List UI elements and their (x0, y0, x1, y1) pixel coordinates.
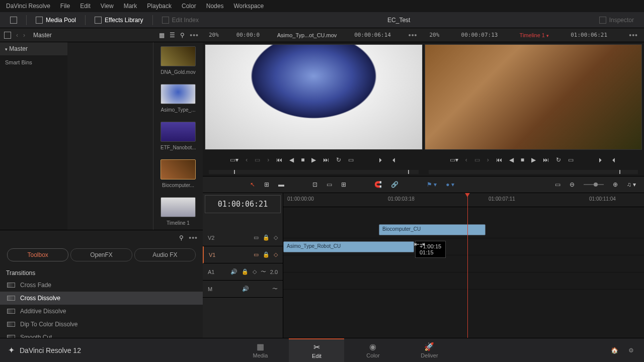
replace-icon[interactable]: ⊞ (341, 181, 346, 188)
fx-tab-audio fx[interactable]: Audio FX (134, 248, 196, 261)
source-clip-name[interactable]: Asimo_Typ...ot_CU.mov (277, 32, 337, 38)
src-match-icon[interactable]: ▭ (348, 156, 354, 163)
prg-stop-icon[interactable]: ■ (521, 156, 524, 163)
tl-view-icon[interactable]: ▭ (555, 181, 560, 188)
menu-workspace[interactable]: Workspace (233, 3, 264, 10)
master-folder[interactable]: ▾ Master (0, 42, 67, 55)
page-media[interactable]: ▦Media (232, 338, 288, 363)
menu-mark[interactable]: Mark (124, 3, 137, 10)
prev-button[interactable]: ‹ (16, 32, 18, 39)
prg-prev-icon[interactable]: ◀ (509, 156, 514, 163)
marker-icon[interactable]: ● ▾ (446, 181, 454, 188)
menu-file[interactable]: File (60, 3, 70, 10)
source-scrub[interactable] (209, 170, 419, 174)
blade-tool-icon[interactable]: ▬ (278, 181, 284, 188)
settings-icon[interactable]: ⚙ (628, 347, 634, 354)
track-v2-header[interactable]: V2▭🔒◇ (203, 229, 283, 246)
source-zoom[interactable]: 20% (209, 32, 219, 38)
timeline-timecode[interactable]: 01:00:06:21 (205, 195, 281, 213)
clip-Timeline 1[interactable]: Timeline 1 (160, 197, 196, 226)
fx-tab-toolbox[interactable]: Toolbox (7, 248, 68, 261)
link-icon[interactable]: 🔗 (391, 181, 398, 188)
clip-ETF_Nanobot...[interactable]: ETF_Nanobot... (160, 122, 196, 150)
prg-next-icon[interactable]: ⏭ (543, 156, 549, 163)
clip-asimo[interactable]: Asimo_Type_Robot_CU (283, 241, 414, 252)
audio-icon[interactable]: ♫ ▾ (627, 181, 636, 188)
menu-nodes[interactable]: Nodes (206, 3, 224, 10)
source-more-icon[interactable]: ••• (409, 31, 418, 39)
track-v1[interactable]: Asimo_Type_Robot_CU (283, 238, 644, 255)
clip-DNA_Gold.mov[interactable]: DNA_Gold.mov (160, 46, 196, 75)
prg-match-icon[interactable]: ▭ (568, 156, 574, 163)
inspector-button[interactable]: Inspector (594, 15, 639, 26)
clip-biocomputer[interactable]: Biocomputer_CU (379, 224, 486, 235)
prg-mode-icon[interactable]: ▭▾ (450, 156, 458, 163)
timeline-ruler[interactable]: 01:00:00:00 01:00:03:18 01:00:07:11 01:0… (283, 193, 644, 207)
more-icon[interactable]: ••• (190, 31, 199, 39)
insert-icon[interactable]: ⊡ (312, 181, 317, 188)
overwrite-icon[interactable]: ▭ (327, 181, 332, 188)
app-menu[interactable]: DaVinci Resolve (6, 3, 50, 10)
src-loop-icon[interactable]: ↻ (336, 156, 341, 163)
zoom-in-icon[interactable]: ⊕ (613, 181, 618, 188)
media-pool-button[interactable]: Media Pool (31, 15, 81, 26)
track-a1-header[interactable]: A1🔊🔒◇〜2.0 (203, 263, 283, 281)
track-v2[interactable]: Biocomputer_CU (283, 221, 644, 238)
program-more-icon[interactable]: ••• (629, 31, 638, 39)
fx-item[interactable]: Cross Dissolve (0, 292, 203, 305)
fx-more-icon[interactable]: ••• (189, 234, 198, 242)
fx-item[interactable]: Dip To Color Dissolve (0, 318, 203, 331)
page-edit[interactable]: ✂Edit (289, 338, 344, 363)
prg-loop-icon[interactable]: ↻ (556, 156, 561, 163)
src-stop-icon[interactable]: ■ (301, 156, 304, 163)
timeline-name[interactable]: Timeline 1 ▾ (520, 32, 549, 38)
prg-mark-out-icon[interactable]: ⏴ (611, 156, 617, 163)
prg-play-icon[interactable]: ▶ (531, 156, 536, 163)
prg-first-icon[interactable]: ⏮ (496, 156, 502, 163)
track-m-header[interactable]: M🔊〜 (203, 281, 283, 298)
program-viewer-frame[interactable] (425, 44, 642, 150)
zoom-out-icon[interactable]: ⊖ (570, 181, 575, 188)
clip-Asimo_Type_...[interactable]: Asimo_Type_... (160, 84, 196, 113)
grid-view-icon[interactable]: ▦ (159, 32, 165, 39)
program-scrub[interactable] (429, 170, 638, 174)
fx-search-icon[interactable]: ⚲ (179, 234, 184, 241)
smart-bins[interactable]: Smart Bins (0, 55, 67, 69)
search-icon[interactable]: ⚲ (180, 32, 185, 39)
selection-tool-icon[interactable]: ↖ (250, 181, 255, 188)
layout-icon[interactable] (4, 32, 11, 39)
page-deliver[interactable]: 🚀Deliver (401, 338, 457, 363)
menu-playback[interactable]: Playback (147, 3, 172, 10)
source-viewer-frame[interactable] (205, 44, 423, 150)
home-icon[interactable]: 🏠 (611, 347, 618, 354)
track-v1-header[interactable]: V1▭🔒◇ (203, 246, 283, 263)
list-view-icon[interactable]: ☰ (170, 32, 175, 39)
src-next-icon[interactable]: ⏭ (323, 156, 329, 163)
src-first-icon[interactable]: ⏮ (276, 156, 282, 163)
src-mode-icon[interactable]: ▭▾ (230, 156, 238, 163)
prg-mark-in-icon[interactable]: ⏵ (598, 156, 604, 163)
src-mark-out-icon[interactable]: ⏴ (391, 156, 397, 163)
track-a1[interactable] (283, 255, 644, 273)
fx-item[interactable]: Additive Dissolve (0, 305, 203, 318)
clip-Biocomputer...[interactable]: Biocomputer... (160, 159, 196, 188)
src-play-icon[interactable]: ▶ (311, 156, 316, 163)
playhead[interactable] (467, 193, 468, 339)
edit-index-button[interactable]: Edit Index (157, 15, 204, 26)
program-zoom[interactable]: 20% (430, 32, 440, 38)
trim-tool-icon[interactable]: ⊞ (264, 181, 269, 188)
flag-icon[interactable]: ⚑ ▾ (427, 181, 437, 188)
workspace-icon[interactable] (5, 15, 22, 26)
snap-icon[interactable]: 🧲 (374, 181, 382, 188)
menu-edit[interactable]: Edit (80, 3, 91, 10)
fx-tab-openfx[interactable]: OpenFX (70, 248, 132, 261)
effects-library-button[interactable]: Effects Library (90, 15, 148, 26)
menu-view[interactable]: View (101, 3, 114, 10)
page-color[interactable]: ◉Color (345, 338, 400, 363)
src-prev-icon[interactable]: ◀ (289, 156, 294, 163)
next-button[interactable]: › (23, 32, 25, 39)
fx-item[interactable]: Cross Fade (0, 279, 203, 292)
menu-color[interactable]: Color (182, 3, 196, 10)
src-mark-in-icon[interactable]: ⏵ (378, 156, 384, 163)
track-m[interactable] (283, 273, 644, 290)
